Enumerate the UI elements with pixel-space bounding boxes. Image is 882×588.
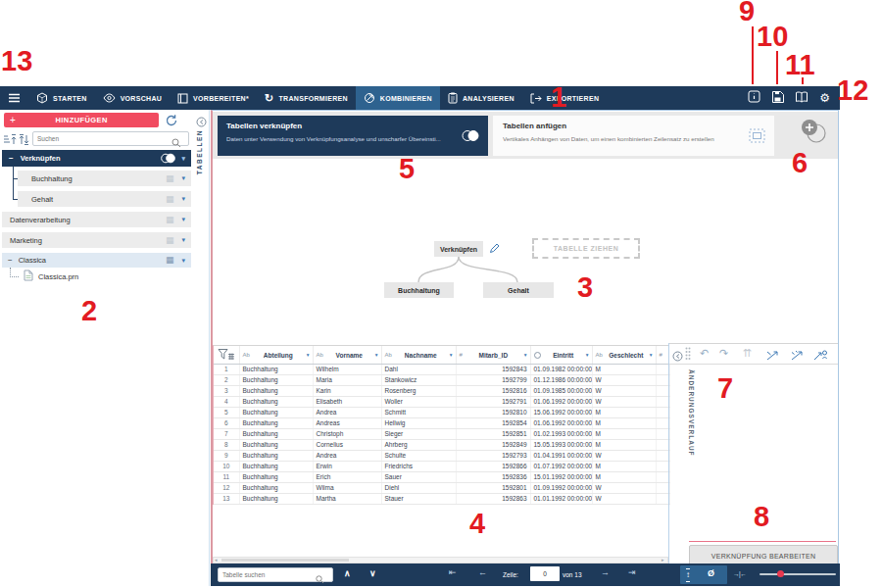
next-row-button[interactable]: → <box>601 568 610 577</box>
sort-arrow-icon[interactable]: ▾ <box>586 352 589 358</box>
table-row[interactable]: 11BuchhaltungErichSauer159283615.01.1992… <box>214 472 669 483</box>
tab-vorbereiten[interactable]: VORBEREITEN* <box>170 86 257 110</box>
column-header-vorname[interactable]: AbVorname▾ <box>313 346 381 365</box>
table-row[interactable]: 5BuchhaltungAndreaSchmitt159281015.06.19… <box>214 408 669 418</box>
horizontal-scrollbar[interactable]: ◂ ▸ <box>213 557 668 564</box>
sort-arrow-icon[interactable]: ▾ <box>450 352 453 358</box>
scroll-left-icon[interactable]: ◂ <box>215 557 218 563</box>
table-cell: Sieger <box>381 429 456 440</box>
table-row[interactable]: 9BuchhaltungAndreaSchulte159279301.04.19… <box>214 451 669 462</box>
hamburger-icon <box>8 93 21 103</box>
table-row[interactable]: 13BuchhaltungMarthaStauer159286301.01.19… <box>214 494 669 505</box>
save-button[interactable] <box>771 89 784 107</box>
sidebar-search-input[interactable] <box>32 131 189 146</box>
info-button[interactable] <box>748 89 760 107</box>
table-row[interactable]: 7BuchhaltungChristophSieger159285101.02.… <box>214 429 669 440</box>
table-row[interactable]: 2BuchhaltungMariaStankowicz159279901.12.… <box>214 375 669 386</box>
table-row[interactable]: 10BuchhaltungErwinFriedrichs159286601.07… <box>214 462 669 472</box>
settings-button[interactable]: ⚙ <box>819 92 830 104</box>
previous-row-button[interactable]: ← <box>478 568 487 577</box>
sort-tables-button[interactable] <box>18 132 30 150</box>
chevron-down-icon[interactable]: ▾ <box>181 155 185 163</box>
annotation-13: 13 <box>1 46 32 75</box>
chevron-down-icon[interactable]: ▾ <box>181 174 185 182</box>
table-row[interactable]: 8BuchhaltungCorneliusAhrberg159284915.05… <box>214 440 669 451</box>
table-row[interactable]: 4BuchhaltungElisabethWoller159279101.06.… <box>214 397 669 408</box>
unjoin-icon <box>790 350 805 362</box>
add-join-button[interactable] <box>800 119 827 148</box>
collapse-group-icon[interactable]: − <box>9 154 14 163</box>
promote-headers-button[interactable]: ⇈ <box>743 348 752 359</box>
tab-starten[interactable]: STARTEN <box>28 86 95 110</box>
show-nulls-button[interactable]: Ø <box>708 568 714 578</box>
column-header-eintritt[interactable]: Eintritt▾ <box>530 346 592 365</box>
sidebar-item-marketing[interactable]: Marketing ▦ ▾ <box>2 232 191 248</box>
sidebar-item-buchhaltung[interactable]: Buchhaltung ▦ ▾ <box>18 171 191 186</box>
tab-tabellen[interactable]: TABELLEN <box>196 129 203 174</box>
append-tables-card[interactable]: Tabellen anfügen Vertikales Anhängen von… <box>493 116 774 156</box>
joined-table-buchhaltung[interactable]: Buchhaltung <box>384 282 454 298</box>
redo-button[interactable]: ↷ <box>719 348 728 359</box>
collapse-history-button[interactable] <box>672 348 683 366</box>
zoom-slider-track[interactable] <box>760 573 836 575</box>
row-selector-header[interactable] <box>214 346 239 365</box>
chevron-down-icon[interactable]: ▾ <box>181 216 185 223</box>
edit-join-step-button[interactable] <box>765 348 780 366</box>
menu-button[interactable] <box>0 86 28 110</box>
drag-handle[interactable] <box>685 347 691 365</box>
last-row-button[interactable]: ⇥ <box>628 568 636 577</box>
add-table-button[interactable]: + HINZUFÜGEN <box>4 113 159 127</box>
table-cell: M <box>592 472 656 483</box>
sort-arrow-icon[interactable]: ▾ <box>375 352 378 358</box>
joined-table-gehalt[interactable]: Gehalt <box>483 282 554 298</box>
scroll-right-icon[interactable]: ▸ <box>662 557 664 563</box>
library-button[interactable] <box>795 89 808 107</box>
join-node[interactable]: Verknüpfen <box>434 241 483 257</box>
table-row[interactable]: 6BuchhaltungAndreasHellwig159285401.06.1… <box>214 418 669 429</box>
tab-transformieren[interactable]: ↻ TRANSFORMIEREN <box>257 86 356 110</box>
sidebar-item-datenverarbeitung[interactable]: Datenverarbeitung ▦ ▾ <box>2 212 191 227</box>
sidebar-item-gehalt[interactable]: Gehalt ▦ ▾ <box>18 191 191 207</box>
column-header-mitarb_id[interactable]: #Mitarb_ID▾ <box>456 346 530 365</box>
find-next-button[interactable]: ∨ <box>369 569 376 578</box>
zoom-slider-handle[interactable] <box>777 570 784 577</box>
tab-kombinieren[interactable]: KOMBINIEREN <box>356 86 440 110</box>
join-tables-card[interactable]: Tabellen verknüpfen Daten unter Verwendu… <box>218 116 488 156</box>
chevron-down-icon[interactable]: ▾ <box>181 236 185 244</box>
tab-analysieren[interactable]: ANALYSIEREN <box>440 86 522 110</box>
row-height-button[interactable]: ↕ <box>686 568 690 582</box>
column-header-abteilung[interactable]: AbAbteilung▾ <box>239 346 313 365</box>
prev-page-icon: ← <box>478 567 487 577</box>
collapse-group-icon[interactable]: − <box>8 256 13 265</box>
column-header-extra[interactable]: # <box>656 346 669 365</box>
first-row-button[interactable]: ⇤ <box>449 568 457 577</box>
history-panel-title: ÄNDERUNGSVERLAUF <box>688 369 695 457</box>
chevron-down-icon[interactable]: ▾ <box>181 257 185 265</box>
row-number-input[interactable] <box>530 566 560 581</box>
table-cell: 1592801 <box>456 483 530 494</box>
sort-arrow-icon[interactable]: ▾ <box>650 352 653 358</box>
chevron-down-icon[interactable]: ▾ <box>181 195 185 203</box>
table-row[interactable]: 12BuchhaltungWilmaDiehl159280101.09.1992… <box>214 483 669 494</box>
table-row[interactable]: 3BuchhaltungKarinRosenberg159281601.09.1… <box>214 386 669 397</box>
tab-vorschau[interactable]: VORSCHAU <box>95 86 170 110</box>
remove-join-button[interactable] <box>790 348 805 366</box>
null-values-icon: Ø <box>708 568 714 578</box>
table-cell: 1592791 <box>456 397 530 408</box>
table-row[interactable]: 1BuchhaltungWilhelmDahl159284301.09.1982… <box>214 365 669 375</box>
sidebar-item-classica-prn[interactable]: Classica.prn <box>2 270 191 283</box>
sort-arrow-icon[interactable]: ▾ <box>524 352 527 358</box>
collapse-all-button[interactable] <box>3 132 17 150</box>
fuzzy-join-button[interactable] <box>813 348 828 366</box>
undo-button[interactable]: ↶ <box>700 348 709 359</box>
column-header-nachname[interactable]: AbNachname▾ <box>381 346 456 365</box>
scrollbar-thumb[interactable] <box>221 559 349 562</box>
table-cell: 1592851 <box>456 429 530 440</box>
sidebar-group-verknuepfen[interactable]: − Verknüpfen ▾ <box>2 150 191 167</box>
column-header-geschlecht[interactable]: AbGeschlecht▾ <box>592 346 656 365</box>
find-previous-button[interactable]: ∧ <box>344 569 351 578</box>
refresh-tables-button[interactable] <box>165 114 178 131</box>
sidebar-group-classica[interactable]: − Classica ▦ ▾ <box>2 253 191 268</box>
fit-columns-button[interactable]: →|← <box>733 570 746 577</box>
sort-arrow-icon[interactable]: ▾ <box>307 352 310 358</box>
